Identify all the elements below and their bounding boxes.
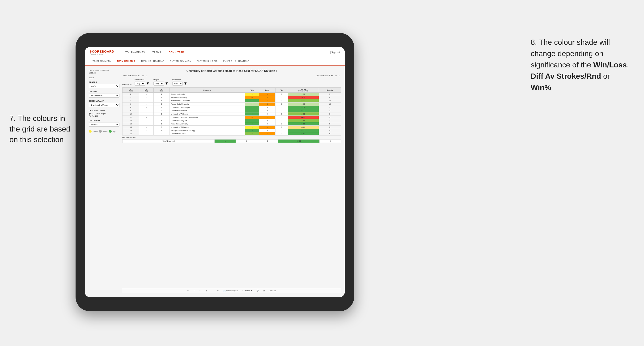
cell-conf: 2: [154, 103, 170, 106]
cell-win: 1: [245, 109, 259, 112]
toolbar-back[interactable]: ⟵: [198, 289, 202, 292]
sub-nav-player-h2h-grid[interactable]: PLAYER H2H GRID: [194, 58, 220, 65]
cell-rounds: 3: [319, 126, 341, 129]
legend-up-label: Up: [113, 130, 116, 133]
team-section: Team: [89, 77, 120, 79]
cell-rounds: 9: [319, 129, 341, 132]
cell-tie: 0: [275, 106, 288, 109]
cell-reg: -: [139, 119, 154, 122]
conference-filter: Conference (All) ▼: [134, 79, 150, 86]
cell-reg: -: [139, 126, 154, 129]
cell-loss: 1: [259, 126, 276, 129]
conference-filter-label: Conference: [134, 79, 150, 81]
cell-win: 3: [245, 132, 259, 136]
sign-out-link[interactable]: | Sign out: [330, 51, 340, 54]
nav-tournaments[interactable]: TOURNAMENTS: [124, 50, 146, 55]
sub-nav-player-h2h-heatmap[interactable]: PLAYER H2H HEATMAP: [220, 58, 252, 65]
table-row: 9 - 3 University of Arizona 1 0 0 9.00 2: [122, 109, 341, 112]
cell-rounds: 17: [319, 99, 341, 103]
out-of-division: Out of division NCAA Division II 1 0 0 2…: [122, 137, 341, 143]
cell-tie: 0: [275, 126, 288, 129]
opponent-filter: Opponent (All) ▼: [172, 79, 188, 86]
data-table: #Rank #Reg #Conf Opponent Win Loss Tie D…: [122, 87, 341, 136]
opponents-label: Opponents:: [122, 83, 132, 86]
toolbar-redo[interactable]: ↪: [192, 289, 196, 292]
cell-rank: 15: [122, 129, 139, 132]
cell-reg: -: [139, 106, 154, 109]
sub-nav-team-h2h-grid[interactable]: TEAM H2H GRID: [114, 58, 138, 65]
out-div-row: NCAA Division II 1 0 0 26.00 3: [122, 140, 341, 143]
cell-diff: 1.83: [288, 103, 319, 106]
sub-nav-team-h2h-heatmap[interactable]: TEAM H2H HEATMAP: [138, 58, 167, 65]
radio-opponents-played[interactable]: Opponents Played: [89, 112, 120, 115]
cell-loss: 0: [259, 112, 276, 116]
col-loss: Loss: [259, 88, 276, 93]
table-container[interactable]: #Rank #Reg #Conf Opponent Win Loss Tie D…: [122, 87, 341, 286]
toolbar-undo[interactable]: ↩: [186, 289, 190, 292]
cell-reg: -: [139, 129, 154, 132]
nav-teams[interactable]: TEAMS: [151, 50, 162, 55]
cell-opponent: Arizona State University: [170, 99, 245, 103]
division-select[interactable]: NCAA Division I: [89, 94, 120, 98]
cell-conf: 2: [154, 106, 170, 109]
table-row: 14 - 3 University of Oklahoma 1 1 0 -1.0…: [122, 126, 341, 129]
cell-opponent: University of Oklahoma: [170, 126, 245, 129]
sub-nav-player-summary[interactable]: PLAYER SUMMARY: [167, 58, 194, 65]
team-label: Team: [89, 77, 120, 79]
tablet: SCOREBOARD Powered by clippd TOURNAMENTS…: [76, 33, 354, 311]
cell-conf: 1: [154, 93, 170, 96]
toolbar-clock[interactable]: ⏱: [216, 289, 220, 292]
cell-tie: 0: [275, 112, 288, 116]
toolbar-comment[interactable]: 💬: [256, 289, 260, 292]
cell-rank: 2: [122, 93, 139, 96]
cell-win: 1: [245, 119, 259, 122]
cell-rounds: 8: [319, 96, 341, 99]
cell-loss: 0: [259, 119, 276, 122]
out-div-table: NCAA Division II 1 0 0 26.00 3: [122, 139, 341, 143]
main-content: Last Updated: 27/03/2024 16:55:38 Team G…: [85, 65, 345, 297]
cell-tie: 0: [275, 99, 288, 103]
toolbar-watch[interactable]: 👁 Watch ▼: [241, 289, 253, 292]
cell-reg: -: [139, 103, 154, 106]
cell-diff: -1.00: [288, 126, 319, 129]
toolbar-view[interactable]: 📄 View: Original: [222, 289, 239, 292]
colour-by-select[interactable]: Win/loss: [89, 123, 120, 127]
sub-nav-team-summary[interactable]: TEAM SUMMARY: [90, 58, 114, 65]
conference-select[interactable]: (All): [134, 82, 145, 86]
radio-top100[interactable]: Top 100: [89, 115, 120, 117]
table-row: 4 - 1 Arizona State University 5 1 0 2.2…: [122, 99, 341, 103]
table-row: 6 - 2 Florida State University 4 3 0 1.8…: [122, 103, 341, 106]
cell-conf: 1: [154, 122, 170, 126]
table-row: 8 - 2 University of Washington 1 0 0 3.6…: [122, 106, 341, 109]
cell-diff: 4.50: [288, 129, 319, 132]
cell-win: 0: [245, 96, 259, 99]
gender-select[interactable]: Men's: [89, 84, 120, 88]
radio-dot-selected: [89, 113, 91, 115]
cell-reg: -: [139, 112, 154, 116]
nav-committee[interactable]: COMMITTEE: [167, 50, 185, 55]
toolbar-grid-icon[interactable]: ⊞: [262, 289, 266, 292]
out-div-tie: 0: [257, 140, 278, 143]
cell-rounds: 3: [319, 116, 341, 119]
cell-conf: 3: [154, 126, 170, 129]
table-row: 13 - 1 Texas Tech University 3 0 0 5.56 …: [122, 122, 341, 126]
overall-record: Overall Record: 89 - 17 - 0: [123, 74, 147, 77]
opponent-select[interactable]: (All): [172, 82, 183, 86]
cell-diff: 2.61: [288, 112, 319, 116]
toolbar: ↩ ↪ ⟵ ⊞ ··· ⏱ 📄 View: Original 👁 Watch ▼…: [122, 288, 341, 293]
cell-win: 2: [245, 93, 259, 96]
toolbar-crop[interactable]: ⊞: [205, 289, 208, 292]
school-section: School (Rank) 1. University of Nort...: [89, 100, 120, 107]
opponent-view-label: Opponent View: [89, 109, 120, 112]
cell-tie: 0: [275, 129, 288, 132]
cell-win: 5: [245, 99, 259, 103]
cell-tie: 0: [275, 109, 288, 112]
radio-group: Opponents Played Top 100: [89, 112, 120, 117]
cell-rounds: 9: [319, 93, 341, 96]
col-rounds: Rounds: [319, 88, 341, 93]
table-row: 2 - 1 Auburn University 2 1 0 1.67 9: [122, 93, 341, 96]
toolbar-dots[interactable]: ···: [210, 289, 214, 292]
toolbar-share[interactable]: ↗ Share: [268, 289, 278, 292]
region-select[interactable]: (All): [154, 82, 164, 86]
school-select[interactable]: 1. University of Nort...: [89, 103, 120, 107]
